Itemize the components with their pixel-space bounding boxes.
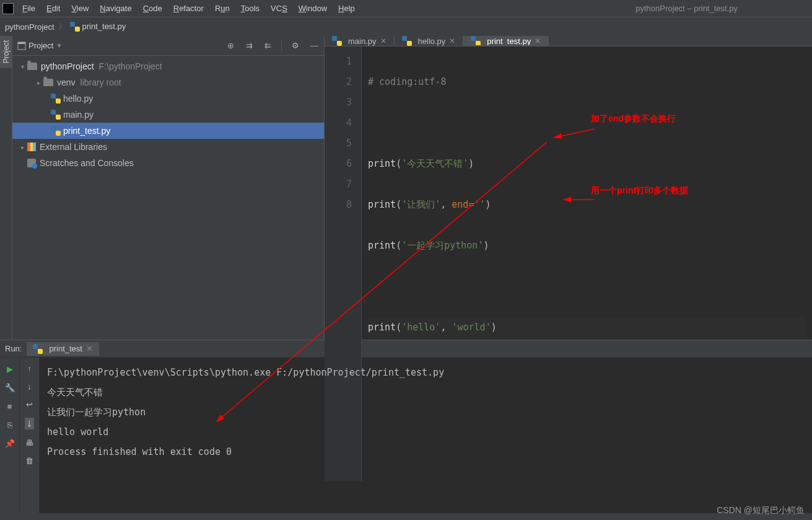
project-panel: Project ▼ ⊕ ⇉ ⇇ ⚙ — ▾ pythonProject F:\p… (12, 36, 325, 340)
project-tree[interactable]: ▾ pythonProject F:\pythonProject ▸ venv … (12, 56, 324, 340)
menu-tools[interactable]: Tools (236, 2, 264, 15)
python-file-icon (51, 126, 61, 136)
menu-code[interactable]: Code (138, 2, 167, 15)
menu-run[interactable]: Run (210, 2, 235, 15)
run-panel: Run: print_test ✕ ▶ 🔧 ■ ⎘ 📌 ↑ ↓ ↩ ⤓ 🖶 🗑 … (0, 340, 812, 513)
menu-bar: File Edit View Navigate Code Refactor Ru… (0, 0, 812, 17)
collapse-all-icon[interactable]: ⇇ (263, 41, 273, 51)
console-cmd: F:\pythonProject\venv\Scripts\python.exe… (47, 363, 805, 382)
close-icon[interactable]: ✕ (380, 37, 386, 45)
folder-icon (27, 63, 37, 70)
app-logo-icon (2, 3, 14, 14)
chevron-right-icon: 〉 (58, 21, 66, 32)
wrench-icon[interactable]: 🔧 (5, 382, 15, 392)
chevron-down-icon: ▾ (17, 63, 27, 70)
tab-hello[interactable]: hello.py✕ (395, 36, 464, 46)
project-panel-header: Project ▼ ⊕ ⇉ ⇇ ⚙ — (12, 36, 324, 56)
menu-view[interactable]: View (66, 2, 94, 15)
up-icon[interactable]: ↑ (27, 364, 32, 373)
tree-file-hello[interactable]: hello.py (12, 90, 324, 107)
stop-icon[interactable]: ■ (5, 401, 15, 411)
close-icon[interactable]: ✕ (449, 37, 455, 45)
down-icon[interactable]: ↓ (27, 382, 32, 391)
exit-icon[interactable]: ⎘ (5, 420, 15, 430)
select-opened-file-icon[interactable]: ⊕ (225, 41, 235, 51)
tree-file-print-test[interactable]: print_test.py (12, 123, 324, 139)
print-icon[interactable]: 🖶 (25, 438, 33, 447)
breadcrumb-project[interactable]: pythonProject (5, 22, 55, 32)
run-label: Run: (5, 344, 22, 353)
console-output[interactable]: F:\pythonProject\venv\Scripts\python.exe… (40, 358, 812, 513)
window-title: pythonProject – print_test.py (635, 4, 738, 13)
python-file-icon (33, 344, 43, 354)
menu-navigate[interactable]: Navigate (95, 2, 136, 15)
menu-edit[interactable]: Edit (41, 2, 65, 15)
tree-scratches[interactable]: Scratches and Consoles (12, 155, 324, 171)
chevron-right-icon: ▸ (17, 144, 27, 151)
tab-main[interactable]: main.py✕ (325, 36, 395, 46)
tree-external-libraries[interactable]: ▸ External Libraries (12, 139, 324, 155)
scratches-icon (27, 159, 36, 167)
scroll-end-icon[interactable]: ⤓ (25, 418, 34, 430)
python-file-icon (471, 36, 481, 46)
soft-wrap-icon[interactable]: ↩ (26, 400, 33, 409)
pin-icon[interactable]: 📌 (5, 438, 15, 448)
left-gutter: Project (0, 36, 12, 340)
project-icon (17, 42, 26, 50)
folder-icon (43, 79, 53, 86)
chevron-right-icon: ▸ (33, 79, 43, 86)
gear-icon[interactable]: ⚙ (290, 41, 300, 51)
tree-root[interactable]: ▾ pythonProject F:\pythonProject (12, 58, 324, 74)
hide-panel-icon[interactable]: — (309, 41, 319, 51)
menu-window[interactable]: Window (294, 2, 332, 15)
trash-icon[interactable]: 🗑 (25, 456, 33, 465)
annotation-1: 加了end参数不会换行 (591, 108, 676, 129)
tree-file-main[interactable]: main.py (12, 107, 324, 123)
project-toolwindow-tab[interactable]: Project (0, 36, 12, 68)
close-icon[interactable]: ✕ (86, 344, 93, 353)
close-icon[interactable]: ✕ (535, 37, 541, 45)
python-file-icon (51, 94, 61, 104)
breadcrumb: pythonProject 〉 print_test.py (0, 17, 812, 36)
python-file-icon (332, 36, 342, 46)
editor: main.py✕ hello.py✕ print_test.py✕ 1 2 3 … (325, 36, 812, 340)
tab-print-test[interactable]: print_test.py✕ (463, 36, 549, 46)
annotation-2: 用一个print打印多个数据 (591, 180, 688, 201)
project-view-selector[interactable]: Project ▼ (17, 41, 62, 50)
python-file-icon (70, 22, 80, 32)
menu-refactor[interactable]: Refactor (168, 2, 209, 15)
tree-venv[interactable]: ▸ venv library root (12, 74, 324, 90)
menu-vcs[interactable]: VCS (266, 2, 292, 15)
svg-rect-1 (18, 42, 25, 44)
menu-file[interactable]: File (17, 2, 40, 15)
chevron-down-icon: ▼ (56, 42, 62, 49)
menu-help[interactable]: Help (333, 2, 360, 15)
rerun-icon[interactable]: ▶ (5, 364, 15, 374)
python-file-icon (51, 110, 61, 120)
breadcrumb-file[interactable]: print_test.py (70, 22, 126, 32)
python-file-icon (402, 36, 412, 46)
run-tools-secondary: ↑ ↓ ↩ ⤓ 🖶 🗑 (20, 358, 40, 513)
editor-tabs: main.py✕ hello.py✕ print_test.py✕ (325, 36, 812, 46)
run-tab[interactable]: print_test ✕ (27, 342, 98, 356)
libraries-icon (27, 143, 36, 151)
watermark: CSDN @短尾巴小鳄鱼 (717, 505, 805, 516)
run-tools-primary: ▶ 🔧 ■ ⎘ 📌 (0, 358, 20, 513)
expand-all-icon[interactable]: ⇉ (244, 41, 254, 51)
